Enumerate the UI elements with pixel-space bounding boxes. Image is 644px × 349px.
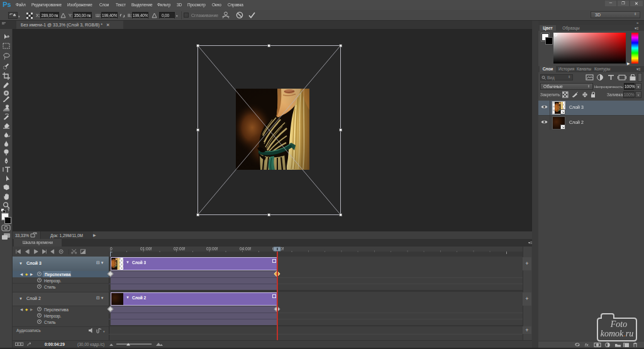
svg-text:0: 0 [110,247,113,251]
svg-text:03:00f: 03:00f [206,247,218,251]
svg-text:fx.: fx. [585,343,589,347]
svg-text:▾: ▾ [103,330,105,333]
svg-text:04:00f: 04:00f [240,247,251,251]
svg-text:01:00f: 01:00f [140,247,152,251]
svg-text:Foto: Foto [610,319,627,329]
svg-text:02:00f: 02:00f [174,247,185,251]
svg-text:komok.ru: komok.ru [601,329,634,338]
